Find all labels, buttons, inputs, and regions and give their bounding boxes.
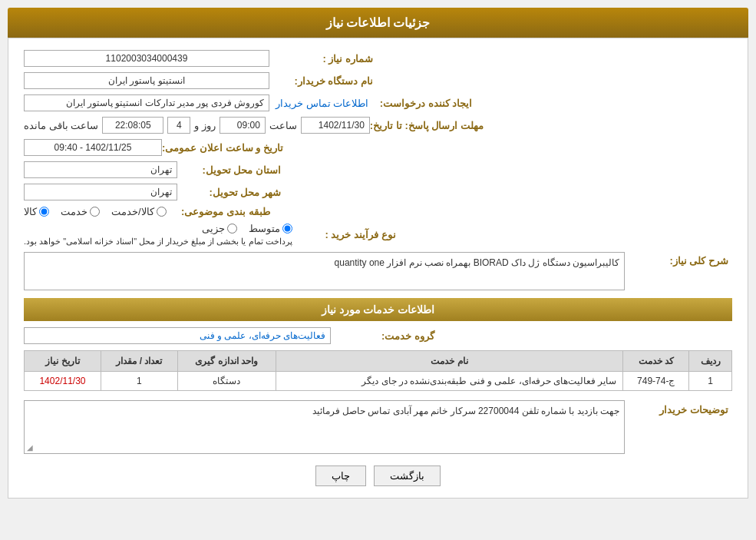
cell-date: 1402/11/30 [25, 372, 101, 391]
province-value: تهران [24, 161, 177, 178]
col-header-date: تاریخ نیاز [25, 351, 101, 372]
deadline-date: 1402/11/30 [301, 117, 370, 134]
cell-code: ج-74-749 [623, 372, 689, 391]
need-number-row: شماره نیاز : 1102003034000439 [24, 50, 732, 67]
need-number-label: شماره نیاز : [269, 53, 377, 65]
deadline-row: مهلت ارسال پاسخ: تا تاریخ: 1402/11/30 سا… [24, 117, 732, 134]
category-radio-group: کالا/خدمت خدمت کالا [24, 206, 167, 217]
buttons-row: بازگشت چاپ [24, 465, 732, 486]
announcement-date-value: 1402/11/25 - 09:40 [24, 139, 162, 156]
general-desc-section: شرح کلی نیاز: کالیبراسیون دستگاه ژل داک … [24, 252, 732, 290]
deadline-days-label: روز و [194, 120, 216, 131]
deadline-remaining: 22:08:05 [102, 117, 163, 134]
col-header-quantity: تعداد / مقدار [101, 351, 177, 372]
table-row: 1 ج-74-749 سایر فعالیت‌های حرفه‌ای، علمی… [25, 372, 732, 391]
purchase-type-motavasset[interactable]: متوسط [249, 223, 292, 234]
page-header: جزئیات اطلاعات نیاز [8, 8, 748, 38]
services-header: اطلاعات خدمات مورد نیاز [24, 298, 732, 321]
general-desc-value: کالیبراسیون دستگاه ژل داک BIORAD بهمراه … [24, 252, 625, 290]
buyer-notes-label: توضیحات خریدار [625, 400, 732, 416]
cell-unit: دستگاه [177, 372, 276, 391]
creator-value: کوروش فردی پور مدیر تداركات انستیتو پاست… [24, 94, 269, 111]
service-group-row: گروه خدمت: فعالیت‌های حرفه‌ای، علمی و فن… [24, 327, 732, 344]
service-group-value[interactable]: فعالیت‌های حرفه‌ای، علمی و فنی [24, 327, 331, 344]
city-value: تهران [24, 184, 177, 200]
category-option-kala[interactable]: کالا [24, 206, 49, 217]
col-header-row: ردیف [689, 351, 732, 372]
category-row: طبقه بندی موضوعی: کالا/خدمت خدمت کالا [24, 206, 732, 217]
general-desc-label: شرح کلی نیاز: [625, 252, 732, 267]
announcement-label: تاریخ و ساعت اعلان عمومی: [162, 142, 287, 154]
buyer-org-label: نام دستگاه خریدار: [269, 75, 377, 87]
deadline-time: 09:00 [220, 117, 266, 134]
purchase-type-radio-group: متوسط جزیی [202, 223, 292, 234]
services-table: ردیف کد خدمت نام خدمت واحد اندازه گیری ت… [24, 350, 732, 391]
purchase-type-note: پرداخت تمام یا بخشی از مبلغ خریدار از مح… [24, 237, 292, 247]
city-row: شهر محل تحویل: تهران [24, 184, 732, 200]
need-number-value: 1102003034000439 [24, 50, 269, 67]
cell-row: 1 [689, 372, 732, 391]
cell-quantity: 1 [101, 372, 177, 391]
purchase-type-label: نوع فرآیند خرید : [292, 229, 400, 240]
announcement-row: تاریخ و ساعت اعلان عمومی: 1402/11/25 - 0… [24, 139, 732, 156]
col-header-unit: واحد اندازه گیری [177, 351, 276, 372]
deadline-remaining-label: ساعت باقی مانده [24, 120, 98, 131]
contact-link[interactable]: اطلاعات تماس خریدار [276, 98, 368, 109]
buyer-org-value: انستیتو پاستور ایران [24, 72, 269, 89]
col-header-service: نام خدمت [276, 351, 622, 372]
notes-resize-handle: ◢ [27, 443, 33, 452]
cell-service: سایر فعالیت‌های حرفه‌ای، علمی و فنی طبقه… [276, 372, 622, 391]
purchase-type-jozei[interactable]: جزیی [202, 223, 237, 234]
deadline-time-label: ساعت [269, 120, 297, 131]
page-title: جزئیات اطلاعات نیاز [326, 16, 431, 29]
buyer-notes-text: جهت بازدید با شماره تلفن 22700044 سرکار … [312, 406, 619, 416]
category-option-khedmat[interactable]: خدمت [61, 206, 100, 217]
buyer-notes-section: توضیحات خریدار جهت بازدید با شماره تلفن … [24, 400, 732, 454]
back-button[interactable]: بازگشت [374, 465, 441, 486]
buyer-org-row: نام دستگاه خریدار: انستیتو پاستور ایران [24, 72, 732, 89]
purchase-type-row: نوع فرآیند خرید : متوسط جزیی پرداخت تمام… [24, 223, 732, 247]
province-row: استان محل تحویل: تهران [24, 161, 732, 178]
category-option-kala-khedmat[interactable]: کالا/خدمت [111, 206, 167, 217]
service-group-label: گروه خدمت: [331, 330, 438, 342]
buyer-notes-box: جهت بازدید با شماره تلفن 22700044 سرکار … [24, 400, 625, 454]
province-label: استان محل تحویل: [177, 164, 285, 176]
category-label: طبقه بندی موضوعی: [167, 206, 274, 217]
deadline-days: 4 [167, 117, 190, 134]
print-button[interactable]: چاپ [315, 465, 366, 486]
creator-row: ایجاد کننده درخواست: اطلاعات تماس خریدار… [24, 94, 732, 111]
creator-label: ایجاد کننده درخواست: [368, 98, 476, 109]
deadline-label: مهلت ارسال پاسخ: تا تاریخ: [370, 120, 487, 131]
col-header-code: کد خدمت [623, 351, 689, 372]
city-label: شهر محل تحویل: [177, 187, 285, 198]
